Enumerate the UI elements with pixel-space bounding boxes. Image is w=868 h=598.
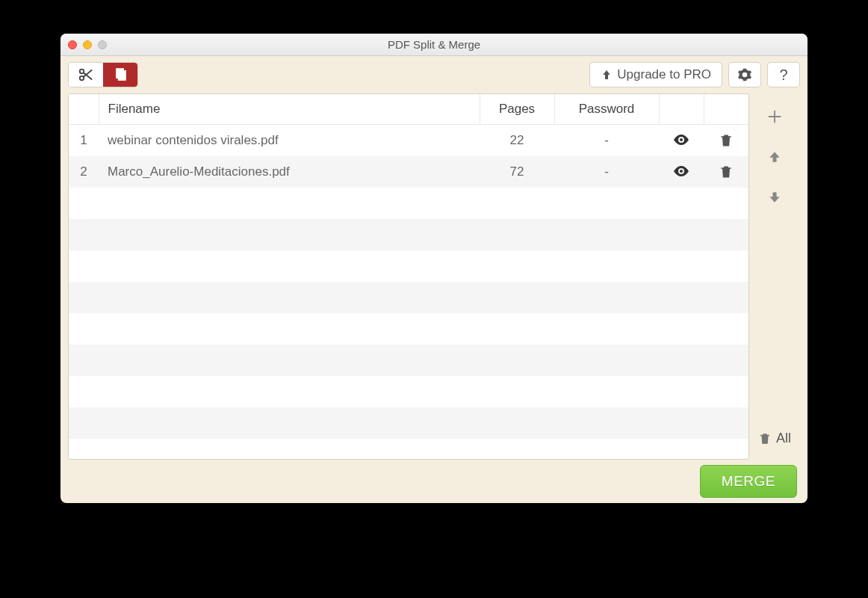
delete-all-label: All — [776, 431, 791, 446]
gear-icon — [737, 67, 752, 82]
titlebar: PDF Split & Merge — [61, 34, 807, 56]
svg-rect-3 — [118, 71, 125, 81]
merge-button[interactable]: MERGE — [700, 465, 797, 498]
svg-point-4 — [680, 138, 683, 141]
help-button[interactable]: ? — [767, 62, 800, 87]
svg-point-0 — [80, 70, 84, 74]
toolbar: Upgrade to PRO ? — [61, 56, 807, 93]
password-column-header[interactable]: Password — [554, 94, 659, 125]
row-index: 1 — [69, 125, 99, 156]
arrow-up-icon — [767, 150, 782, 164]
preview-button[interactable] — [670, 129, 692, 151]
table-row — [69, 282, 748, 313]
eye-icon — [672, 162, 690, 180]
footer: MERGE — [61, 460, 807, 503]
upgrade-button[interactable]: Upgrade to PRO — [589, 62, 722, 87]
move-up-button[interactable] — [762, 144, 787, 170]
table-row[interactable]: 2Marco_Aurelio-Meditaciones.pdf72- — [69, 156, 748, 188]
table-row — [69, 313, 748, 345]
file-table: Filename Pages Password 1webinar conteni… — [69, 94, 748, 439]
split-mode-button[interactable] — [69, 63, 103, 87]
table-row — [69, 376, 748, 407]
trash-icon — [719, 164, 734, 179]
trash-icon — [758, 432, 772, 446]
add-file-button[interactable] — [762, 104, 787, 129]
svg-point-5 — [680, 170, 683, 173]
plus-icon — [766, 108, 783, 125]
row-index: 2 — [69, 156, 99, 188]
row-pages: 22 — [480, 125, 554, 156]
table-row — [69, 345, 748, 376]
arrow-down-icon — [767, 190, 782, 205]
move-down-button[interactable] — [762, 185, 787, 210]
window-title: PDF Split & Merge — [61, 38, 807, 51]
merge-mode-button[interactable] — [103, 63, 137, 87]
settings-button[interactable] — [728, 62, 761, 87]
svg-point-1 — [80, 76, 84, 81]
documents-icon — [112, 67, 128, 83]
file-table-container: Filename Pages Password 1webinar conteni… — [68, 93, 749, 460]
row-filename: Marco_Aurelio-Meditaciones.pdf — [99, 156, 480, 188]
app-window: PDF Split & Merge Upgrade to PRO ? — [61, 34, 807, 503]
trash-icon — [719, 133, 734, 148]
delete-all-button[interactable]: All — [758, 431, 791, 460]
main-body: Filename Pages Password 1webinar conteni… — [61, 93, 807, 460]
preview-column-header — [659, 94, 704, 125]
scissors-icon — [78, 67, 94, 83]
table-row — [69, 219, 748, 250]
eye-icon — [672, 131, 690, 149]
upload-arrow-icon — [601, 69, 613, 81]
side-toolbar: All — [749, 93, 800, 460]
row-password: - — [554, 156, 659, 188]
table-row — [69, 250, 748, 282]
table-row — [69, 407, 748, 439]
mode-segmented-control — [68, 62, 138, 87]
help-label: ? — [779, 67, 787, 84]
index-column-header — [69, 94, 99, 125]
delete-row-button[interactable] — [715, 129, 737, 152]
row-password: - — [554, 125, 659, 156]
row-filename: webinar contenidos virales.pdf — [99, 125, 480, 156]
pages-column-header[interactable]: Pages — [480, 94, 554, 125]
row-pages: 72 — [480, 156, 554, 188]
filename-column-header[interactable]: Filename — [99, 94, 480, 125]
preview-button[interactable] — [670, 160, 692, 182]
table-row[interactable]: 1webinar contenidos virales.pdf22- — [69, 125, 748, 156]
delete-column-header — [704, 94, 748, 125]
delete-row-button[interactable] — [715, 161, 737, 183]
table-row — [69, 188, 748, 219]
upgrade-label: Upgrade to PRO — [617, 67, 711, 82]
